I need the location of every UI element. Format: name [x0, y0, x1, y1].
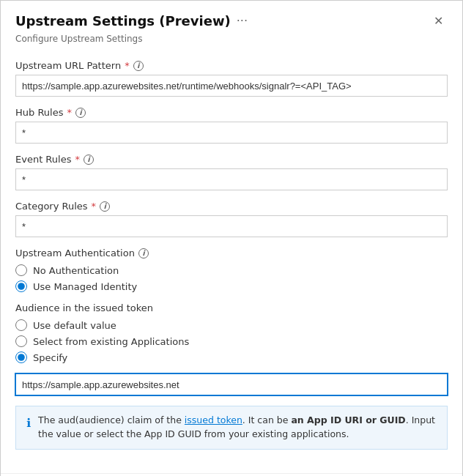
upstream-auth-radio-group: No Authentication Use Managed Identity: [15, 264, 448, 292]
url-pattern-required: *: [125, 60, 130, 71]
title-row: Upstream Settings (Preview) ···: [15, 13, 248, 29]
event-rules-input[interactable]: [15, 168, 448, 190]
hub-rules-label: Hub Rules * i: [15, 107, 448, 118]
auth-radio-managed[interactable]: [15, 280, 27, 292]
audience-input[interactable]: [15, 373, 448, 395]
event-rules-label-text: Event Rules: [15, 154, 71, 165]
hub-rules-input[interactable]: [15, 122, 448, 144]
auth-option-managed[interactable]: Use Managed Identity: [15, 280, 448, 292]
info-box-content: The aud(audience) claim of the issued to…: [38, 414, 437, 442]
info-box-text-1: The aud(audience) claim of the: [38, 414, 185, 425]
info-box-icon: ℹ: [26, 414, 31, 432]
audience-default-label: Use default value: [33, 320, 116, 331]
event-rules-info-icon[interactable]: i: [84, 155, 94, 165]
category-rules-info-icon[interactable]: i: [100, 201, 110, 212]
audience-label: Audience in the issued token: [15, 302, 448, 313]
dialog-subtitle: Configure Upstream Settings: [1, 32, 462, 53]
audience-radio-specify[interactable]: [15, 352, 27, 363]
auth-option-none[interactable]: No Authentication: [15, 264, 448, 276]
category-rules-required: *: [92, 201, 97, 212]
info-box-bold: an App ID URI or GUID: [291, 414, 405, 425]
auth-managed-label: Use Managed Identity: [33, 281, 137, 292]
url-pattern-group: Upstream URL Pattern * i: [15, 60, 448, 97]
event-rules-group: Event Rules * i: [15, 154, 448, 190]
audience-group: Audience in the issued token Use default…: [15, 302, 448, 395]
hub-rules-label-text: Hub Rules: [15, 107, 63, 118]
url-pattern-input[interactable]: [15, 75, 448, 97]
event-rules-label: Event Rules * i: [15, 154, 448, 165]
upstream-auth-label-text: Upstream Authentication: [15, 248, 135, 259]
audience-specify-label: Specify: [33, 352, 67, 363]
event-rules-required: *: [75, 154, 80, 165]
dialog-title: Upstream Settings (Preview): [15, 13, 231, 29]
info-box: ℹ The aud(audience) claim of the issued …: [15, 406, 448, 450]
auth-radio-none[interactable]: [15, 264, 27, 276]
ellipsis-menu[interactable]: ···: [237, 14, 248, 28]
url-pattern-info-icon[interactable]: i: [133, 61, 144, 71]
category-rules-group: Category Rules * i: [15, 201, 448, 237]
category-rules-label-text: Category Rules: [15, 201, 88, 212]
audience-option-existing[interactable]: Select from existing Applications: [15, 335, 448, 347]
dialog-header: Upstream Settings (Preview) ··· ✕: [1, 1, 462, 32]
auth-none-label: No Authentication: [33, 265, 119, 276]
audience-option-specify[interactable]: Specify: [15, 352, 448, 363]
audience-existing-label: Select from existing Applications: [33, 336, 189, 347]
category-rules-input[interactable]: [15, 215, 448, 237]
hub-rules-group: Hub Rules * i: [15, 107, 448, 144]
audience-radio-group: Use default value Select from existing A…: [15, 319, 448, 363]
issued-token-link[interactable]: issued token: [185, 414, 242, 425]
audience-radio-default[interactable]: [15, 319, 27, 331]
upstream-auth-group: Upstream Authentication i No Authenticat…: [15, 248, 448, 292]
category-rules-label: Category Rules * i: [15, 201, 448, 212]
info-box-text-2: . It can be: [242, 414, 292, 425]
audience-label-text: Audience in the issued token: [15, 302, 153, 313]
url-pattern-label: Upstream URL Pattern * i: [15, 60, 448, 71]
close-button[interactable]: ✕: [429, 12, 448, 29]
audience-radio-existing[interactable]: [15, 335, 27, 347]
upstream-settings-dialog: Upstream Settings (Preview) ··· ✕ Config…: [0, 0, 463, 476]
audience-option-default[interactable]: Use default value: [15, 319, 448, 331]
dialog-footer: Confirm Cancel: [1, 473, 462, 477]
url-pattern-label-text: Upstream URL Pattern: [15, 60, 121, 71]
upstream-auth-info-icon[interactable]: i: [138, 248, 149, 259]
hub-rules-info-icon[interactable]: i: [75, 108, 86, 118]
upstream-auth-label: Upstream Authentication i: [15, 248, 448, 259]
hub-rules-required: *: [67, 107, 72, 118]
dialog-body: Upstream URL Pattern * i Hub Rules * i E…: [1, 53, 462, 473]
